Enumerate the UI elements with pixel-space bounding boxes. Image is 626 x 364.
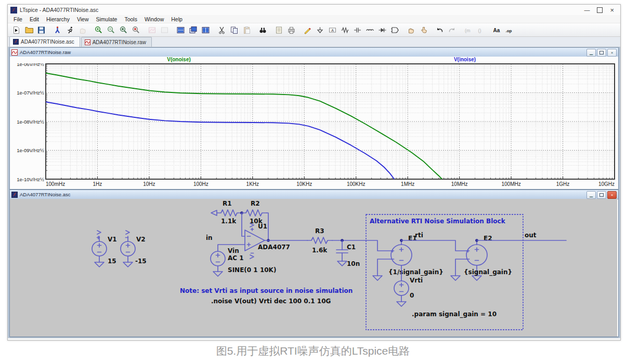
datasheet-icon[interactable]	[272, 24, 285, 36]
tile-vert-icon[interactable]	[199, 24, 212, 36]
close-icon[interactable]: ×	[607, 191, 617, 199]
menu-file[interactable]: File	[10, 16, 26, 23]
restore-icon[interactable]	[597, 191, 606, 199]
dependent-source-E1[interactable]: E1 {1/signal_gain}	[373, 235, 444, 280]
menu-view[interactable]: View	[73, 16, 93, 23]
component-icon[interactable]	[388, 24, 401, 36]
close-icon[interactable]: ×	[610, 6, 614, 14]
waveform-file-icon	[11, 49, 18, 56]
waveform-window-titlebar[interactable]: ADA4077RTINoise.raw ▁ ×	[10, 48, 618, 57]
mdi-area: ADA4077RTINoise.raw ▁ × V(onoise) V(inoi…	[8, 47, 620, 338]
voltage-source-Vin[interactable]: Vin AC 1 SINE(0 1 10K)	[211, 247, 276, 276]
zoom-back-icon[interactable]	[105, 24, 117, 36]
param-directive[interactable]: .param signal_gain = 10	[412, 311, 497, 318]
menu-tools[interactable]: Tools	[121, 16, 141, 23]
menu-help[interactable]: Help	[167, 16, 186, 23]
undo-icon[interactable]	[433, 24, 446, 36]
ltspice-logo-icon	[10, 7, 17, 14]
diode-icon[interactable]	[376, 24, 388, 36]
net-label-in[interactable]: in	[206, 234, 213, 241]
save-icon[interactable]	[35, 24, 47, 36]
page: LTspice - ADA4077RTINoise.asc — × FileEd…	[0, 0, 626, 364]
noise-directive[interactable]: .noise V(out) Vrti dec 100 0.1 10G	[211, 298, 331, 305]
resistor-icon[interactable]	[338, 24, 351, 36]
maximize-icon[interactable]	[597, 7, 603, 13]
minimize-icon[interactable]: ▁	[586, 191, 596, 199]
tab-schematic-file[interactable]: ADA4077RTINoise.asc	[9, 36, 80, 47]
schematic-canvas[interactable]: V1 15 V2 -15	[10, 199, 617, 336]
print-icon[interactable]	[285, 24, 297, 36]
vin-label: Vin	[228, 247, 239, 254]
redo-icon	[446, 24, 458, 36]
cut-icon[interactable]	[215, 24, 228, 36]
net-label-rti[interactable]: rti	[415, 232, 423, 239]
resistor-R2[interactable]: R2 10k	[242, 200, 268, 240]
run-icon[interactable]	[10, 24, 22, 36]
menu-simulate[interactable]: Simulate	[93, 16, 121, 23]
run-man-icon[interactable]	[63, 24, 76, 36]
schematic-window-title: ADA4077RTINoise.asc	[20, 192, 71, 197]
zoom-fit-icon[interactable]	[129, 24, 142, 36]
v2-label: V2	[136, 236, 146, 243]
noise-plot[interactable]: 100mHz1Hz10Hz100Hz1KHz10KHz100KHz1MHz10M…	[10, 63, 617, 189]
vin-value2: SINE(0 1 10K)	[228, 266, 276, 274]
capacitor-C1[interactable]: C1 10n	[336, 240, 360, 267]
zoom-full-icon[interactable]	[117, 24, 129, 36]
find-icon[interactable]	[256, 24, 269, 36]
drag-icon[interactable]	[417, 24, 429, 36]
waveform-window: ADA4077RTINoise.raw ▁ × V(onoise) V(inoi…	[9, 47, 619, 190]
app-titlebar[interactable]: LTspice - ADA4077RTINoise.asc — ×	[8, 5, 620, 16]
menu-hierarchy[interactable]: Hierarchy	[43, 16, 73, 23]
tile-horz-icon[interactable]	[174, 24, 187, 36]
dependent-source-E2[interactable]: E2 {signal_gain}	[451, 235, 512, 280]
move-icon[interactable]	[405, 24, 417, 36]
net-label-icon[interactable]: A	[326, 24, 338, 36]
voltage-source-V2[interactable]: V2 -15	[121, 231, 147, 267]
copy-icon[interactable]	[228, 24, 240, 36]
r1-label: R1	[223, 200, 232, 207]
note-text: Note: set Vrti as input source in noise …	[180, 287, 353, 294]
minimize-icon[interactable]: ▁	[586, 49, 596, 57]
resistor-R1[interactable]: R1 1.1k	[211, 200, 242, 225]
inductor-icon[interactable]	[363, 24, 376, 36]
open-icon[interactable]	[22, 24, 35, 36]
ltspice-window: LTspice - ADA4077RTINoise.asc — × FileEd…	[7, 4, 621, 341]
c1-label: C1	[347, 244, 356, 251]
svg-text:(): ()	[478, 28, 481, 33]
schematic-window-titlebar[interactable]: ADA4077RTINoise.asc ▁ ×	[10, 190, 618, 199]
spice-directive-icon[interactable]: .op	[503, 24, 515, 36]
e2-label: E2	[484, 235, 492, 242]
pane-icon	[146, 24, 158, 36]
minimize-icon[interactable]: —	[584, 7, 590, 13]
legend-vinoise[interactable]: V(inoise)	[428, 57, 501, 62]
trace-vinoise	[46, 102, 394, 179]
rti-block-title: Alternative RTI Noise Simulation Block	[370, 218, 506, 225]
voltage-source-V1[interactable]: V1 15	[92, 231, 117, 267]
halt-icon	[76, 24, 88, 36]
net-label-out[interactable]: out	[525, 232, 537, 239]
x-tick-label: 10Hz	[143, 181, 155, 187]
tab-waveform-file[interactable]: ADA4077RTINoise.raw	[81, 37, 152, 47]
legend-vonoise[interactable]: V(onoise)	[142, 57, 215, 62]
r3-label: R3	[315, 227, 324, 235]
y-tick-label: 1e-08V/Hz½	[17, 119, 44, 125]
c1-value: 10n	[347, 260, 360, 267]
wire-pencil-icon[interactable]	[301, 24, 314, 36]
y-tick-label: 1e-07V/Hz½	[17, 90, 44, 96]
schematic-file-icon	[13, 39, 19, 45]
resistor-R3[interactable]: R3 1.6k	[307, 227, 332, 254]
restore-icon[interactable]	[597, 49, 606, 57]
find-close-icon: ()	[474, 24, 487, 36]
capacitor-icon[interactable]	[351, 24, 363, 36]
menu-edit[interactable]: Edit	[26, 16, 43, 23]
text-icon[interactable]: Aa	[490, 24, 503, 36]
menu-window[interactable]: Window	[141, 16, 167, 23]
zoom-in-icon[interactable]	[92, 24, 105, 36]
close-icon[interactable]: ×	[607, 49, 617, 57]
y-tick-label: 1e-10V/Hz½	[17, 177, 44, 182]
u1-value: ADA4077	[258, 244, 290, 251]
ground-icon[interactable]	[314, 24, 326, 36]
control-panel-icon[interactable]	[51, 24, 63, 36]
cascade-icon[interactable]	[187, 24, 199, 36]
x-tick-label: 100Hz	[193, 181, 208, 187]
